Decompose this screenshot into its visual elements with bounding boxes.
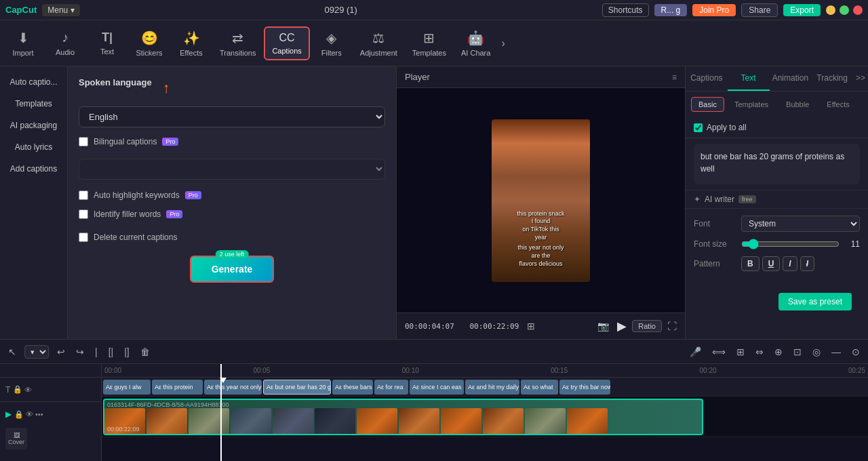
tool-import[interactable]: ⬇ Import [3,26,43,61]
subtitle-line1: this protein snack I found [516,210,566,226]
select-tool[interactable]: ↖ [5,345,19,359]
tool-audio[interactable]: ♪ Audio [45,26,85,60]
maximize-button[interactable] [840,5,849,15]
caption-clip[interactable]: Aε this protein [152,380,203,395]
font-select[interactable]: System [741,216,860,232]
auto-highlight-checkbox[interactable] [79,191,88,200]
split-button[interactable]: | [92,345,100,359]
generate-button[interactable]: Generate [190,256,275,283]
redo-button[interactable]: ↪ [73,345,87,359]
caption-clip[interactable]: Aε try this bar now [559,380,610,395]
ratio-button[interactable]: Ratio [632,320,662,332]
tab-captions[interactable]: Captions [686,66,728,91]
sidebar-item-ai-packaging[interactable]: AI packaging [3,115,64,136]
font-size-value: 11 [840,239,860,249]
sidebar-item-templates[interactable]: Templates [3,94,64,114]
tl-action7[interactable]: — [829,345,844,359]
screenshot-button[interactable]: 📷 [595,319,612,333]
tl-action5[interactable]: ⊡ [791,345,804,359]
ai-writer-label[interactable]: AI writer [705,195,734,204]
select-dropdown[interactable]: ▾ [24,345,49,359]
tool-text[interactable]: T| Text [87,26,127,60]
free-badge: free [738,195,756,203]
tool-templates[interactable]: ⊞ Templates [406,26,453,61]
joinpro-button[interactable]: Join Pro [692,4,736,16]
caption-clip[interactable]: Aε these bars [332,380,373,395]
bold-button[interactable]: B [741,256,760,271]
underline-button[interactable]: U [762,256,781,271]
shortcuts-button[interactable]: Shortcuts [602,3,649,17]
mic-button[interactable]: 🎤 [687,345,704,359]
templates-icon: ⊞ [423,30,435,46]
italic-button[interactable]: I [783,256,797,271]
sub-tab-basic[interactable]: Basic [691,97,724,112]
trim-right-button[interactable]: |] [121,345,132,359]
zoom-button[interactable]: ⊙ [849,345,863,359]
sidebar-item-auto-captions[interactable]: Auto captio... [3,72,64,92]
tab-text[interactable]: Text [728,66,770,91]
identify-filler-checkbox[interactable] [79,209,88,219]
tl-action4[interactable]: ⊕ [772,345,785,359]
timeline: ↖ ▾ ↩ ↪ | [| |] 🗑 🎤 ⟺ ⊞ ⇔ ⊕ ⊡ ◎ — ⊙ T 🔒 … [0,339,868,461]
sub-tab-effects[interactable]: Effects [819,97,856,112]
close-button[interactable] [853,5,863,15]
grid-view-button[interactable]: ⊞ [524,319,538,333]
caption-clip[interactable]: Aε for rea [374,380,408,395]
sidebar-item-add-captions[interactable]: Add captions [3,159,64,179]
tl-action2[interactable]: ⊞ [734,345,747,359]
hide-track-button[interactable]: 👁 [24,385,32,394]
save-preset-button[interactable]: Save as preset [778,293,852,310]
sidebar-item-auto-lyrics[interactable]: Auto lyrics [3,137,64,157]
caption-clip[interactable]: Aε and hit my daily n [465,380,519,395]
sub-tab-templates[interactable]: Templates [727,97,776,112]
thumb-11 [525,408,566,435]
more-tabs-icon[interactable]: >> [853,66,868,91]
tab-animation[interactable]: Animation [770,66,812,91]
caption-clip[interactable]: Aε this year not only [204,380,262,395]
language-select[interactable]: English [79,106,385,127]
play-button[interactable]: ▶ [617,319,627,334]
fullscreen-button[interactable]: ⛶ [667,321,677,332]
tool-effects[interactable]: ✨ Effects [171,26,212,61]
rang-button[interactable]: R... g [654,4,688,16]
bilingual-checkbox[interactable] [79,137,88,146]
tab-tracking[interactable]: Tracking [811,66,853,91]
minimize-button[interactable] [826,5,835,15]
delete-caption-checkbox[interactable] [79,233,88,242]
strikethrough-button[interactable]: I [800,256,814,271]
tool-aichar[interactable]: 🤖 AI Chara [454,26,497,61]
tool-filters[interactable]: ◈ Filters [311,26,352,61]
trim-left-button[interactable]: [| [106,345,117,359]
video-track-actions: 🔒 👁 ••• [14,410,43,419]
tool-captions[interactable]: CC Captions [264,26,309,60]
video-clip[interactable]: 0163314F-86FD-4DCB-8/58-AA9194H88100 [103,399,703,435]
menu-button[interactable]: Menu ▾ [42,4,79,16]
tl-action3[interactable]: ⇔ [753,345,766,359]
caption-clip[interactable]: Aε since I can eas [410,380,464,395]
font-size-slider[interactable] [741,239,840,249]
tool-stickers[interactable]: 😊 Stickers [129,26,170,61]
player-menu-icon[interactable]: ≡ [672,73,677,82]
caption-clip[interactable]: Aε guys I alw [103,380,151,395]
undo-button[interactable]: ↩ [54,345,68,359]
bilingual-language-select[interactable] [79,159,385,180]
share-button[interactable]: Share [741,3,778,17]
video-hide-button[interactable]: 👁 [26,410,33,419]
delete-clip-button[interactable]: 🗑 [138,345,153,359]
lock-track-button[interactable]: 🔒 [13,385,22,394]
cover-thumbnail[interactable]: 🖼 Cover [5,428,27,449]
tl-action1[interactable]: ⟺ [709,345,728,359]
video-lock-button[interactable]: 🔒 [14,410,24,419]
caption-clip[interactable]: Aε but one bar has 20 grams [263,380,331,395]
caption-clip[interactable]: Aε so what [521,380,558,395]
video-more-button[interactable]: ••• [35,410,43,419]
sub-tab-bubble[interactable]: Bubble [778,97,816,112]
tool-adjustment[interactable]: ⚖ Adjustment [353,26,404,61]
tool-transitions[interactable]: ⇄ Transitions [213,26,262,61]
tl-action6[interactable]: ◎ [810,345,823,359]
more-tools-icon[interactable]: › [498,37,507,49]
text-content-box[interactable]: but one bar has 20 grams of proteins as … [694,144,860,184]
export-button[interactable]: Export [783,4,821,16]
current-time: 00:00:04:07 [405,322,454,331]
apply-all-checkbox[interactable] [694,123,703,132]
